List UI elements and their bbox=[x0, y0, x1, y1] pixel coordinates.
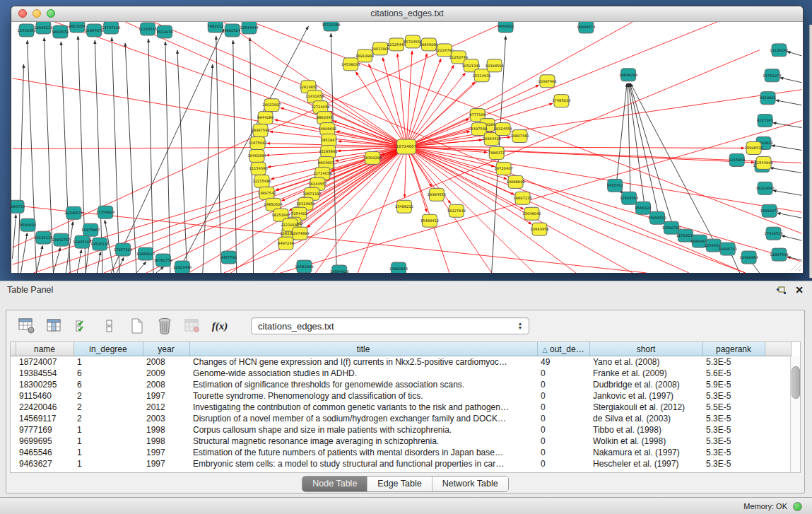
scrollbar-thumb[interactable] bbox=[792, 366, 800, 399]
graph-node-label: 11154535 bbox=[139, 27, 157, 31]
tab-node-table[interactable]: Node Table bbox=[302, 477, 367, 491]
column-header-year[interactable]: year bbox=[143, 342, 189, 356]
graph-edge[interactable] bbox=[406, 147, 755, 163]
column-header-title[interactable]: title bbox=[189, 342, 537, 356]
graph-edge[interactable] bbox=[772, 146, 802, 151]
graph-edge[interactable] bbox=[136, 262, 146, 273]
graph-edge[interactable] bbox=[628, 83, 645, 206]
graph-node-label: 18300295 bbox=[363, 156, 382, 160]
graph-edge[interactable] bbox=[281, 107, 406, 146]
graph-node-label: 9186733 bbox=[11, 204, 25, 209]
close-panel-icon[interactable]: ✕ bbox=[795, 284, 804, 296]
graph-edge[interactable] bbox=[112, 37, 119, 273]
graph-node-label: 9603579 bbox=[52, 30, 69, 34]
table-settings-button[interactable] bbox=[18, 317, 36, 335]
graph-node-label: 20021007 bbox=[262, 103, 281, 107]
unselect-rows-button[interactable] bbox=[100, 317, 119, 335]
graph-node-label: 11544909 bbox=[754, 160, 772, 165]
select-all-checklist-button[interactable] bbox=[73, 317, 91, 335]
network-canvas-svg[interactable]: 1153035110995213960357988130541099787014… bbox=[11, 22, 803, 273]
table-tab-strip: Node Table Edge Table Network Table bbox=[6, 473, 804, 494]
graph-edge[interactable] bbox=[777, 213, 802, 218]
graph-edge[interactable] bbox=[269, 132, 406, 147]
table-row[interactable]: 1456911722003Disruption of a novel membe… bbox=[11, 413, 792, 424]
graph-node-label: 9454302 bbox=[498, 24, 514, 28]
graph-node-label: 10995213 bbox=[34, 25, 52, 30]
graph-edge[interactable] bbox=[773, 190, 802, 195]
window-titlebar[interactable]: citations_edges.txt bbox=[11, 6, 803, 22]
window-title: citations_edges.txt bbox=[11, 8, 803, 18]
graph-edge[interactable] bbox=[616, 83, 627, 185]
graph-edge[interactable] bbox=[216, 36, 221, 273]
float-panel-icon[interactable] bbox=[776, 286, 787, 298]
column-header-pagerank[interactable]: pagerank bbox=[702, 342, 765, 356]
table-row[interactable]: 911546021997Tourette syndrome. Phenomeno… bbox=[11, 390, 792, 402]
graph-node-label: 13897542 bbox=[257, 191, 276, 195]
graph-edge[interactable] bbox=[13, 147, 406, 265]
graph-edge[interactable] bbox=[773, 123, 802, 128]
graph-node-label: 19384554 bbox=[428, 192, 446, 197]
graph-edge[interactable] bbox=[406, 22, 632, 147]
column-header-short[interactable]: short bbox=[589, 342, 702, 356]
graph-edge[interactable] bbox=[406, 147, 449, 273]
column-header-filler bbox=[765, 342, 792, 356]
select-columns-button[interactable] bbox=[45, 317, 64, 335]
graph-edge[interactable] bbox=[36, 245, 42, 273]
graph-edge[interactable] bbox=[770, 168, 802, 173]
graph-edge[interactable] bbox=[406, 22, 717, 147]
graph-node-label: 17359924 bbox=[96, 210, 114, 214]
tab-network-table[interactable]: Network Table bbox=[433, 477, 508, 491]
graph-edge[interactable] bbox=[21, 233, 28, 273]
network-canvas[interactable]: 1153035110995213960357988130541099787014… bbox=[11, 22, 803, 273]
graph-node-label: 15751074 bbox=[763, 74, 781, 78]
graph-edge[interactable] bbox=[406, 147, 745, 148]
graph-node-label: 10481909 bbox=[295, 264, 313, 269]
table-row[interactable]: 1830029562008Estimation of significance … bbox=[11, 379, 792, 390]
column-header-in-degree[interactable]: in_degree bbox=[73, 342, 143, 356]
graph-node-label: 9227343 bbox=[757, 118, 773, 122]
graph-edge[interactable] bbox=[233, 40, 237, 273]
column-header-out-degree[interactable]: △out_de… bbox=[537, 342, 589, 356]
table-row[interactable]: 969969511998Structural magnetic resonanc… bbox=[11, 436, 792, 447]
delete-table-button[interactable] bbox=[155, 317, 174, 335]
table-row[interactable]: 946554611997Estimation of the future num… bbox=[11, 447, 792, 458]
graph-edge[interactable] bbox=[776, 100, 802, 105]
graph-edge[interactable] bbox=[148, 39, 153, 273]
graph-edge[interactable] bbox=[780, 78, 802, 83]
graph-node-label: 9862324 bbox=[224, 28, 240, 33]
table-row[interactable]: 977716911998Corpus callosum shape and si… bbox=[11, 424, 792, 436]
graph-edge[interactable] bbox=[787, 52, 801, 56]
graph-edge[interactable] bbox=[18, 64, 24, 273]
graph-edge[interactable] bbox=[406, 147, 524, 210]
delete-column-button-disabled[interactable] bbox=[183, 317, 201, 335]
graph-node-label: 10521341 bbox=[462, 64, 481, 68]
table-row[interactable]: 1938455462009Genome-wide association stu… bbox=[11, 368, 792, 379]
graph-edge[interactable] bbox=[628, 83, 630, 196]
graph-edge[interactable] bbox=[13, 147, 406, 149]
graph-node-label: 9590693 bbox=[20, 223, 36, 227]
table-vertical-scrollbar[interactable] bbox=[790, 356, 800, 472]
table-row[interactable]: 2242004622012Investigating the contribut… bbox=[11, 402, 792, 413]
graph-node-label: 12490954 bbox=[739, 255, 758, 259]
new-table-button[interactable] bbox=[128, 317, 146, 335]
table-selector-dropdown[interactable]: citations_edges.txt ▲▼ bbox=[251, 317, 529, 334]
graph-node-label: 16210643 bbox=[755, 186, 774, 190]
graph-node-label: 10975867 bbox=[81, 228, 100, 232]
graph-edge[interactable] bbox=[397, 54, 406, 147]
graph-edge[interactable] bbox=[177, 50, 187, 273]
graph-node-label: 7254402 bbox=[291, 211, 307, 216]
graph-edge[interactable] bbox=[165, 42, 170, 273]
column-header-name[interactable]: name bbox=[16, 342, 73, 356]
table-row[interactable]: 1872400712008Changes of HCN gene express… bbox=[11, 356, 792, 368]
graph-edge[interactable] bbox=[13, 214, 16, 259]
table-row[interactable]: 946362711997Embryonic stem cells: a mode… bbox=[11, 458, 792, 469]
graph-node-label: 20206576 bbox=[64, 211, 83, 215]
graph-node-label: 13505135 bbox=[90, 242, 109, 246]
memory-ok-indicator-icon[interactable] bbox=[793, 502, 802, 511]
function-builder-button[interactable]: f(x) bbox=[211, 317, 229, 335]
graph-node-label: 10643458 bbox=[530, 227, 548, 231]
graph-edge[interactable] bbox=[630, 83, 715, 243]
graph-edge[interactable] bbox=[406, 73, 466, 147]
graph-edge[interactable] bbox=[782, 235, 802, 240]
tab-edge-table[interactable]: Edge Table bbox=[367, 477, 432, 491]
